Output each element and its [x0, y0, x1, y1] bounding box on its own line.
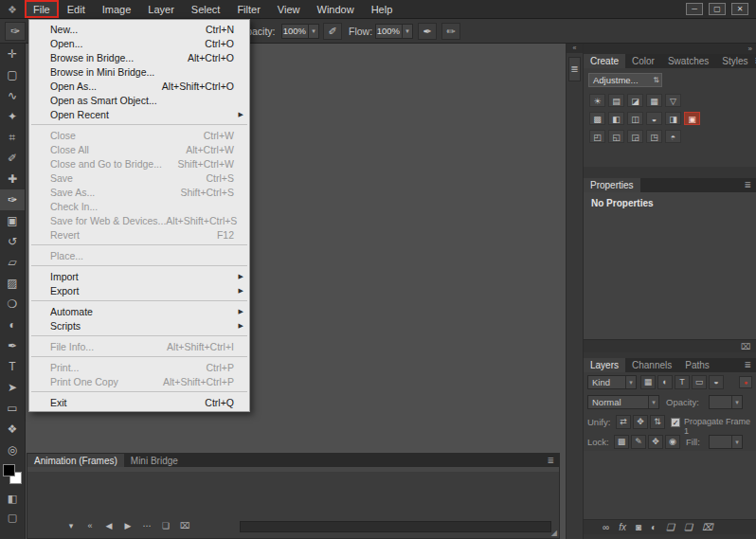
adjustment-icon[interactable]: ◲ [627, 130, 643, 143]
tab-color[interactable]: Color [625, 54, 661, 68]
path-selection-tool-icon[interactable]: ➤ [0, 377, 25, 398]
file-menu-item-check-in[interactable]: Check In... [29, 199, 249, 213]
file-menu-item-browse-in-mini-bridge[interactable]: Browse in Mini Bridge... [29, 64, 249, 79]
file-menu-item-open-as[interactable]: Open As...Alt+Shift+Ctrl+O [29, 79, 249, 93]
tab-properties[interactable]: Properties [584, 178, 640, 192]
zoom-tool-icon[interactable]: ◎ [0, 440, 25, 460]
blend-mode-dropdown[interactable]: Normal ▾ [587, 395, 659, 409]
layer-style-icon[interactable]: fx [619, 522, 626, 532]
file-menu-item-file-info[interactable]: File Info...Alt+Shift+Ctrl+I [29, 339, 249, 353]
file-menu-item-save-as[interactable]: Save As...Shift+Ctrl+S [29, 185, 249, 199]
trash-icon[interactable]: ⌧ [741, 342, 750, 351]
history-brush-tool-icon[interactable]: ↺ [0, 231, 25, 252]
adjustment-icon[interactable]: ◫ [627, 112, 643, 125]
layer-filter-kind-dropdown[interactable]: Kind ▾ [587, 375, 637, 389]
fill-dropdown[interactable]: ▾ [709, 435, 743, 449]
unify-position-icon[interactable]: ⇄ [616, 415, 631, 429]
unify-style-icon[interactable]: ⇅ [650, 415, 665, 429]
chevron-down-icon[interactable]: ▾ [402, 25, 412, 38]
delete-frame-button[interactable]: ⌧ [179, 521, 190, 530]
adjustment-icon[interactable]: ◒ [646, 112, 662, 125]
duplicate-frame-button[interactable]: ❏ [160, 521, 171, 530]
menu-view[interactable]: View [269, 0, 309, 18]
dodge-tool-icon[interactable]: ◐ [0, 314, 25, 335]
opacity-dropdown[interactable]: 100% ▾ [281, 24, 319, 39]
unify-visibility-icon[interactable]: ✥ [633, 415, 648, 429]
eyedropper-tool-icon[interactable]: ✐ [0, 148, 25, 169]
tween-button[interactable]: ⋯ [141, 521, 153, 530]
file-menu-item-scripts[interactable]: Scripts▶ [29, 318, 249, 332]
adjustment-icon[interactable]: ▤ [608, 94, 624, 107]
healing-brush-tool-icon[interactable]: ✚ [0, 169, 25, 189]
flow-dropdown[interactable]: 100% ▾ [375, 24, 413, 39]
file-menu-item-close-and-go-to-bridge[interactable]: Close and Go to Bridge...Shift+Ctrl+W [29, 156, 249, 171]
marquee-tool-icon[interactable]: ▢ [0, 64, 25, 85]
menu-layer[interactable]: Layer [139, 0, 183, 18]
screen-mode-icon[interactable]: ▢ [0, 508, 25, 527]
crop-tool-icon[interactable]: ⌗ [0, 127, 25, 148]
layers-opacity-dropdown[interactable]: ▾ [709, 395, 743, 409]
new-adjustment-layer-icon[interactable]: ◐ [651, 522, 657, 532]
airbrush-icon[interactable]: ✒ [418, 23, 437, 40]
tab-animation-frames[interactable]: Animation (Frames) [27, 454, 124, 467]
file-menu-item-browse-in-bridge[interactable]: Browse in Bridge...Alt+Ctrl+O [29, 50, 249, 64]
chevron-down-icon[interactable]: ▾ [308, 25, 318, 38]
menu-filter[interactable]: Filter [228, 0, 268, 18]
file-menu-item-open-recent[interactable]: Open Recent▶ [29, 107, 249, 121]
horizontal-scrollbar[interactable] [240, 521, 551, 532]
adjustment-icon[interactable]: ▩ [589, 112, 605, 125]
file-menu-item-place[interactable]: Place... [29, 248, 249, 262]
tab-mini-bridge[interactable]: Mini Bridge [124, 454, 185, 467]
file-menu-item-print[interactable]: Print...Ctrl+P [29, 360, 249, 374]
file-menu-item-import[interactable]: Import▶ [29, 269, 249, 283]
lasso-tool-icon[interactable]: ∿ [0, 85, 25, 106]
file-menu-item-automate[interactable]: Automate▶ [29, 304, 249, 318]
lock-all-icon[interactable]: ◉ [665, 435, 680, 449]
adjustment-icon[interactable]: ◱ [608, 130, 624, 143]
adjustment-icon[interactable]: ◧ [608, 112, 624, 125]
pen-tool-icon[interactable]: ✒ [0, 335, 25, 356]
expand-panels-icon[interactable]: « [567, 44, 583, 53]
brush-tool-icon[interactable]: ✑ [0, 189, 25, 210]
adjustment-icon[interactable]: ◨ [665, 112, 681, 125]
quick-mask-icon[interactable]: ◧ [0, 489, 25, 508]
adjustment-icon[interactable]: ▽ [665, 94, 681, 107]
adjustment-icon[interactable]: ◪ [627, 94, 643, 107]
animation-frames-area[interactable]: ▾«◀▶⋯❏⌧ ◢ [27, 467, 559, 538]
frame-options-dropdown-icon[interactable]: ▾ [65, 521, 77, 530]
file-menu-item-revert[interactable]: RevertF12 [29, 227, 249, 242]
link-layers-icon[interactable]: ∞ [603, 522, 609, 532]
new-layer-icon[interactable]: ❏ [684, 522, 693, 532]
menu-image[interactable]: Image [94, 0, 140, 18]
blur-tool-icon[interactable]: ❍ [0, 294, 25, 314]
adjustment-icon[interactable]: ▦ [646, 94, 662, 107]
gradient-tool-icon[interactable]: ▨ [0, 273, 25, 294]
menu-file[interactable]: File [25, 0, 59, 18]
layer-mask-icon[interactable]: ◙ [636, 522, 641, 532]
type-tool-icon[interactable]: T [0, 356, 25, 377]
delete-layer-icon[interactable]: ⌧ [702, 522, 713, 532]
file-menu-item-export[interactable]: Export▶ [29, 283, 249, 297]
adjustment-icon[interactable]: ◳ [646, 130, 662, 143]
layer-filter-toggle[interactable]: ● [739, 376, 752, 388]
adjustments-dropdown[interactable]: Adjustme... ⇅ [588, 73, 662, 87]
layer-group-icon[interactable]: ❑ [666, 522, 675, 532]
tab-styles[interactable]: Styles [715, 54, 754, 68]
brush-smoothing-icon[interactable]: ✏ [441, 23, 460, 40]
panel-menu-icon[interactable]: ≣ [744, 178, 756, 192]
menu-edit[interactable]: Edit [59, 0, 94, 18]
collapsed-panel-icon[interactable]: ≣ [568, 57, 581, 81]
file-menu-item-exit[interactable]: ExitCtrl+Q [29, 395, 249, 409]
file-menu-item-new[interactable]: New...Ctrl+N [29, 22, 249, 36]
file-menu-item-close[interactable]: CloseCtrl+W [29, 128, 249, 142]
menu-select[interactable]: Select [183, 0, 229, 18]
tab-channels[interactable]: Channels [625, 358, 678, 372]
brush-preset-icon[interactable]: ✑ [5, 22, 26, 41]
menu-window[interactable]: Window [309, 0, 363, 18]
rectangle-tool-icon[interactable]: ▭ [0, 398, 25, 419]
minimize-icon[interactable]: ─ [686, 3, 703, 15]
play-button[interactable]: ▶ [122, 521, 134, 530]
adjustment-icon[interactable]: ☀ [589, 94, 605, 107]
panel-menu-icon[interactable]: ≣ [547, 454, 559, 467]
collapse-dock-icon[interactable]: » [584, 44, 756, 54]
